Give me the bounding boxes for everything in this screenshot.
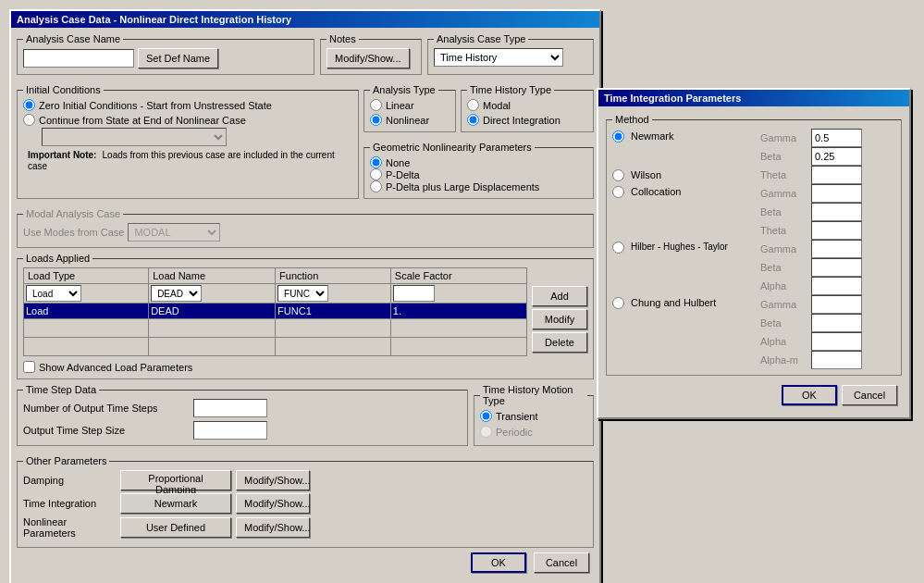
at-nonlinear[interactable]: Nonlinear	[370, 114, 450, 126]
gn-radio-none[interactable]	[370, 156, 382, 168]
nonlinear-value-btn[interactable]: User Defined	[120, 517, 231, 538]
newmark-beta-input[interactable]	[811, 147, 862, 166]
table-row[interactable]: Load DEAD FUNC1	[24, 284, 527, 304]
nonlinear-modify-btn[interactable]: Modify/Show...	[236, 517, 310, 538]
ch-beta-input[interactable]	[811, 314, 862, 332]
loads-applied-fieldset: Loads Applied Load Type Load Name Functi…	[17, 253, 594, 379]
modal-case-fieldset: Modal Analysis Case Use Modes from Case …	[17, 208, 594, 248]
ch-alpham-label: Alpha-m	[760, 351, 811, 369]
ch-gamma-input[interactable]	[811, 295, 862, 314]
ok-button[interactable]: OK	[471, 552, 526, 573]
at-radio-nonlinear[interactable]	[370, 114, 382, 126]
analysis-case-legend: Analysis Case Name	[23, 33, 123, 44]
collocation-label: Collocation	[631, 184, 760, 240]
collocation-gamma-input[interactable]	[811, 184, 862, 203]
tht-radio-direct[interactable]	[467, 114, 479, 126]
table-row[interactable]: Load DEAD FUNC1 1.	[24, 304, 527, 319]
main-dialog: Analysis Case Data - Nonlinear Direct In…	[9, 9, 601, 583]
delete-load-button[interactable]: Delete	[532, 332, 587, 353]
method-radio-hht[interactable]	[612, 242, 624, 254]
geometric-nonlinearity-legend: Geometric Nonlinearity Parameters	[370, 142, 535, 153]
mt-radio-transient[interactable]	[480, 410, 492, 422]
ti-ok-button[interactable]: OK	[782, 385, 837, 405]
damping-value-btn[interactable]: Proportional Damping	[120, 470, 231, 490]
ti-title-text: Time Integration Parameters	[604, 93, 741, 104]
mt-transient-label: Transient	[496, 411, 537, 422]
ti-dialog: Time Integration Parameters Method Newma…	[597, 88, 911, 419]
notes-modify-button[interactable]: Modify/Show...	[326, 48, 410, 68]
analysis-case-type-fieldset: Analysis Case Type Time History	[427, 33, 594, 75]
motion-type-fieldset: Time History Motion Type Transient Perio…	[474, 384, 594, 446]
method-radio-newmark[interactable]	[612, 130, 624, 143]
ch-alpha-label: Alpha	[760, 332, 811, 351]
time-int-modify-btn[interactable]: Modify/Show...	[236, 493, 310, 514]
cancel-button[interactable]: Cancel	[534, 552, 589, 573]
analysis-case-input[interactable]: NLMHIST1	[23, 49, 134, 68]
method-radio-wilson[interactable]	[612, 169, 624, 181]
wilson-theta-input[interactable]	[811, 166, 862, 184]
row1-name-select[interactable]: DEAD	[151, 285, 202, 302]
step-size-input[interactable]: 0.025	[193, 421, 267, 440]
loads-table: Load Type Load Name Function Scale Facto…	[23, 267, 527, 356]
ti-cancel-button[interactable]: Cancel	[842, 385, 897, 405]
hht-gamma-input[interactable]	[811, 240, 862, 258]
time-step-fieldset: Time Step Data Number of Output Time Ste…	[17, 384, 468, 446]
row1-type-select[interactable]: Load	[26, 285, 81, 302]
ti-title-bar: Time Integration Parameters	[598, 90, 909, 106]
other-params-legend: Other Parameters	[23, 455, 109, 466]
hht-beta-label: Beta	[760, 258, 811, 277]
gn-pdelta-large[interactable]: P-Delta plus Large Displacements	[370, 180, 587, 192]
set-def-name-button[interactable]: Set Def Name	[138, 48, 218, 68]
gn-radio-pdelta[interactable]	[370, 168, 382, 180]
add-load-button[interactable]: Add	[532, 286, 587, 306]
ic-case-select[interactable]	[42, 128, 227, 146]
gn-pdelta[interactable]: P-Delta	[370, 168, 587, 180]
gn-radio-pdelta-large[interactable]	[370, 180, 382, 192]
newmark-gamma-input[interactable]	[811, 129, 862, 147]
method-radio-collocation[interactable]	[612, 186, 624, 198]
at-radio-linear[interactable]	[370, 99, 382, 111]
method-radio-ch[interactable]	[612, 297, 624, 309]
ic-label1: Zero Initial Conditions - Start from Uns…	[39, 100, 272, 111]
hht-beta-input[interactable]	[811, 258, 862, 277]
modify-load-button[interactable]: Modify	[532, 309, 587, 329]
analysis-case-type-select[interactable]: Time History	[434, 48, 563, 67]
col-load-name: Load Name	[149, 268, 276, 284]
ic-radio2[interactable]	[23, 114, 35, 126]
ic-option1[interactable]: Zero Initial Conditions - Start from Uns…	[23, 99, 352, 111]
tht-direct[interactable]: Direct Integration	[467, 114, 587, 126]
ch-alpham-input[interactable]	[811, 351, 862, 369]
use-modes-label: Use Modes from Case	[23, 227, 124, 238]
modal-case-select[interactable]: MODAL	[128, 223, 220, 242]
tht-modal[interactable]: Modal	[467, 99, 587, 111]
at-nonlinear-label: Nonlinear	[386, 115, 429, 126]
newmark-gamma-label: Gamma	[760, 129, 811, 147]
ch-label: Chung and Hulbert	[631, 295, 760, 369]
newmark-label: Newmark	[631, 130, 673, 142]
show-advanced-checkbox[interactable]	[23, 361, 35, 373]
collocation-beta-input[interactable]	[811, 203, 862, 221]
method-hht-row1: Hilber - Hughes - Taylor Gamma	[612, 240, 895, 258]
time-int-value-btn[interactable]: Newmark	[120, 493, 231, 514]
ic-radio1[interactable]	[23, 99, 35, 111]
tht-radio-modal[interactable]	[467, 99, 479, 111]
gn-none[interactable]: None	[370, 156, 587, 168]
output-steps-input[interactable]: 2000	[193, 399, 267, 417]
damping-modify-btn[interactable]: Modify/Show...	[236, 470, 310, 490]
collocation-theta-input[interactable]	[811, 221, 862, 240]
mt-transient[interactable]: Transient	[480, 410, 587, 422]
at-linear[interactable]: Linear	[370, 99, 450, 111]
mt-periodic[interactable]: Periodic	[480, 426, 587, 438]
collocation-beta-label: Beta	[760, 203, 811, 221]
ti-dialog-buttons: OK Cancel	[606, 380, 902, 410]
table-row-empty	[24, 319, 527, 338]
hht-alpha-input[interactable]	[811, 277, 862, 295]
row1-function-select[interactable]: FUNC1	[277, 285, 328, 302]
mt-radio-periodic[interactable]	[480, 426, 492, 438]
row1-scale-input[interactable]: 1.	[393, 285, 435, 302]
ch-alpha-input[interactable]	[811, 332, 862, 351]
ic-option2[interactable]: Continue from State at End of Nonlinear …	[23, 114, 352, 126]
initial-conditions-legend: Initial Conditions	[23, 84, 104, 95]
time-int-label: Time Integration	[23, 498, 116, 509]
row2-name: DEAD	[151, 305, 179, 316]
